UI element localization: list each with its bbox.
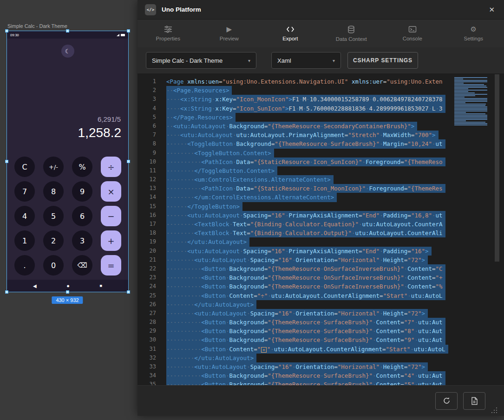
code-line[interactable]: 31··········<Button·Content="⨯"·utu:Auto… xyxy=(137,345,450,354)
calc-key-6[interactable]: 6 xyxy=(72,206,92,226)
code-editor[interactable]: 1<Page xmlns:uen="using:Uno.Extensions.N… xyxy=(137,73,504,385)
calc-key-7[interactable]: 7 xyxy=(14,181,35,202)
export-file-button[interactable] xyxy=(463,392,485,410)
code-line[interactable]: 33········<utu:AutoLayout·Spacing="16"·O… xyxy=(137,362,450,371)
code-line[interactable]: 21········<utu:AutoLayout·Spacing="16"·O… xyxy=(137,256,450,264)
calc-key-×[interactable]: × xyxy=(101,181,121,202)
code-line[interactable]: 9········<ToggleButton.Content> xyxy=(137,149,450,158)
code-line[interactable]: 30··········<Button·Background="{ThemeRe… xyxy=(137,335,450,344)
code-line[interactable]: 17········<TextBlock·Text="{Binding·Calc… xyxy=(137,220,450,229)
nav-home-icon[interactable]: ● xyxy=(66,283,70,289)
line-number: 6 xyxy=(137,122,156,131)
code-line[interactable]: 26········</utu:AutoLayout> xyxy=(137,300,450,309)
code-line[interactable]: 28··········<Button·Background="{ThemeRe… xyxy=(137,318,450,327)
code-line[interactable]: 25··········<Button·Content="÷"·utu:Auto… xyxy=(137,291,450,300)
code-line[interactable]: 1<Page xmlns:uen="using:Uno.Extensions.N… xyxy=(137,77,450,86)
selection-handle-mid-left[interactable] xyxy=(5,160,8,163)
code-line[interactable]: 20······<utu:AutoLayout·Spacing="16"·Pri… xyxy=(137,247,450,256)
status-time: 09:30 xyxy=(10,33,19,37)
calc-key-÷[interactable]: ÷ xyxy=(101,157,121,177)
code-line[interactable]: 6··<utu:AutoLayout·Background="{ThemeRes… xyxy=(137,122,450,131)
selection-handle-bottom-left[interactable] xyxy=(5,290,8,294)
csharp-settings-button[interactable]: CSHARP SETTINGS xyxy=(347,52,418,69)
gear-icon: ⚙ xyxy=(471,26,477,33)
calc-key-3[interactable]: 3 xyxy=(72,230,92,251)
code-line[interactable]: 8······<ToggleButton·Background="{ThemeR… xyxy=(137,139,450,148)
calc-key-5[interactable]: 5 xyxy=(43,206,64,226)
calc-key-4[interactable]: 4 xyxy=(14,206,35,226)
tab-settings[interactable]: ⚙ Settings xyxy=(443,20,504,47)
code-line[interactable]: 4····<x:String·x:Key="Icon_SunIcon">F1·M… xyxy=(137,104,450,113)
selection-handle-bottom-right[interactable] xyxy=(127,290,130,294)
close-icon[interactable]: ✕ xyxy=(487,4,497,16)
tab-export[interactable]: Export xyxy=(260,20,321,47)
line-number: 27 xyxy=(137,309,156,318)
code-line[interactable]: 2··<Page.Resources> xyxy=(137,86,450,95)
nav-recent-icon[interactable]: ■ xyxy=(100,283,102,288)
minimap-line xyxy=(454,106,487,107)
tab-preview[interactable]: ▶ Preview xyxy=(199,20,260,47)
calc-key-+[interactable]: + xyxy=(101,230,121,251)
calc-key-+/-[interactable]: +/- xyxy=(43,157,64,177)
selection-handle-mid-right[interactable] xyxy=(127,160,130,163)
code-line[interactable]: 22··········<Button·Background="{ThemeRe… xyxy=(137,264,450,273)
calc-key-.[interactable]: . xyxy=(14,255,35,276)
calc-key-−[interactable]: − xyxy=(101,206,121,226)
refresh-button[interactable] xyxy=(435,392,458,410)
code-line[interactable]: 14········</um:ControlExtensions.Alterna… xyxy=(137,193,450,202)
selection-handle-top-left[interactable] xyxy=(5,29,8,33)
selection-handle-bottom-center[interactable] xyxy=(66,290,69,294)
project-select-value: Simple Calc - Dark Theme xyxy=(152,57,223,64)
code-line[interactable]: 32········</utu:AutoLayout> xyxy=(137,354,450,362)
calc-key-0[interactable]: 0 xyxy=(43,255,64,276)
tab-console[interactable]: Console xyxy=(382,20,443,47)
calc-key-C[interactable]: C xyxy=(14,157,35,177)
title-bar[interactable]: </> Uno Platform ✕ xyxy=(137,0,504,20)
calc-key-1[interactable]: 1 xyxy=(14,230,35,251)
code-line[interactable]: 15······</ToggleButton> xyxy=(137,202,450,211)
minimap-line xyxy=(454,77,487,78)
code-line[interactable]: 23··········<Button·Background="{ThemeRe… xyxy=(137,273,450,282)
calc-key-=[interactable]: = xyxy=(101,255,121,276)
minimap-line xyxy=(454,115,487,116)
selection-handle-top-right[interactable] xyxy=(127,29,130,33)
calc-key-⌫[interactable]: ⌫ xyxy=(72,255,92,276)
tab-label: Console xyxy=(403,36,422,41)
calc-keypad: C+/-%÷789×456−123+.0⌫= xyxy=(14,157,121,276)
code-line[interactable]: 34··········<Button·Background="{ThemeRe… xyxy=(137,371,450,380)
project-select[interactable]: Simple Calc - Dark Theme ▾ xyxy=(146,52,256,69)
editor-scrollbar[interactable] xyxy=(495,73,499,385)
code-line[interactable]: 29··········<Button·Background="{ThemeRe… xyxy=(137,327,450,335)
resize-grip[interactable] xyxy=(491,407,497,413)
theme-toggle-button[interactable]: ☾ xyxy=(61,45,74,58)
code-line[interactable]: 35··········<Button·Background="{ThemeRe… xyxy=(137,380,450,385)
selection-handle-top-center[interactable] xyxy=(66,29,69,33)
calc-key-8[interactable]: 8 xyxy=(43,181,64,202)
tab-properties[interactable]: Properties xyxy=(137,20,199,47)
code-line[interactable]: 7····<utu:AutoLayout·utu:AutoLayout.Prim… xyxy=(137,131,450,139)
code-line[interactable]: 18········<TextBlock·Text="{Binding·Calc… xyxy=(137,229,450,237)
code-line[interactable]: 13··········<PathIcon·Data="{StaticResou… xyxy=(137,184,450,193)
scrollbar-thumb[interactable] xyxy=(495,74,499,262)
code-line[interactable]: 16······<utu:AutoLayout·Spacing="16"·Pri… xyxy=(137,211,450,220)
line-number: 20 xyxy=(137,247,156,256)
calc-key-2[interactable]: 2 xyxy=(43,230,64,251)
line-number: 10 xyxy=(137,158,156,166)
nav-back-icon[interactable]: ◀ xyxy=(33,283,37,289)
calc-key-%[interactable]: % xyxy=(72,157,92,177)
code-line[interactable]: 5··</Page.Resources> xyxy=(137,113,450,122)
calc-key-9[interactable]: 9 xyxy=(72,181,92,202)
phone-artboard[interactable]: 09:30 ☾ 6,291/5 1,258.2 C+/-%÷789×456−12… xyxy=(7,31,129,292)
tab-data-context[interactable]: Data Context xyxy=(321,20,382,47)
line-number: 15 xyxy=(137,202,156,211)
code-line[interactable]: 3····<x:String·x:Key="Icon_MoonIcon">F1·… xyxy=(137,95,450,104)
minimap[interactable] xyxy=(454,77,491,385)
line-number: 17 xyxy=(137,220,156,229)
code-line[interactable]: 24··········<Button·Background="{ThemeRe… xyxy=(137,282,450,291)
code-line[interactable]: 10··········<PathIcon·Data="{StaticResou… xyxy=(137,158,450,166)
format-select[interactable]: Xaml ▾ xyxy=(271,52,341,69)
code-line[interactable]: 19······</utu:AutoLayout> xyxy=(137,237,450,246)
code-line[interactable]: 11········</ToggleButton.Content> xyxy=(137,166,450,175)
code-line[interactable]: 12········<um:ControlExtensions.Alternat… xyxy=(137,175,450,184)
code-line[interactable]: 27········<utu:AutoLayout·Spacing="16"·O… xyxy=(137,309,450,318)
